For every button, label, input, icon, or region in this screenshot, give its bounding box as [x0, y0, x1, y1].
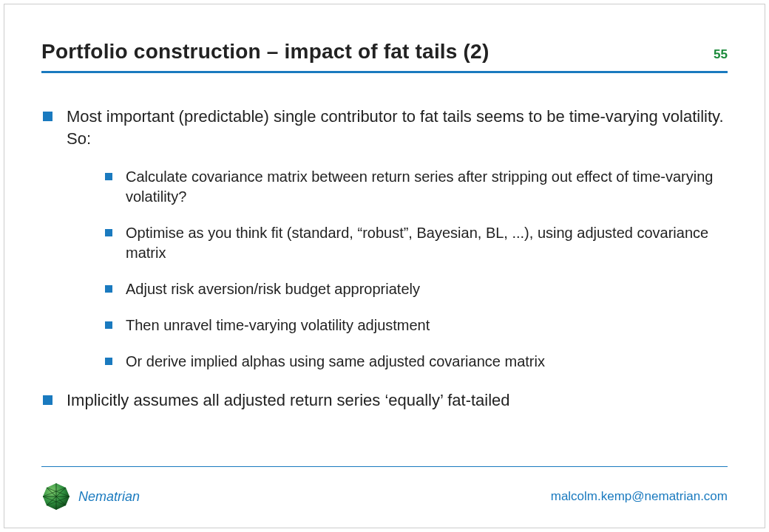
page-number: 55	[714, 47, 728, 62]
sub-bullet-text: Or derive implied alphas using same adju…	[126, 353, 545, 369]
content-area: Most important (predictable) single cont…	[41, 106, 728, 412]
contact-email: malcolm.kemp@nematrian.com	[551, 489, 728, 504]
sub-bullet-text: Optimise as you think fit (standard, “ro…	[126, 225, 708, 261]
bullet-list-level2: Calculate covariance matrix between retu…	[105, 167, 728, 372]
bullet-item: Implicitly assumes all adjusted return s…	[41, 389, 728, 412]
sub-bullet-text: Calculate covariance matrix between retu…	[126, 168, 713, 205]
title-rule	[41, 71, 728, 73]
footer: Nematrian malcolm.kemp@nematrian.com	[41, 482, 728, 511]
sub-bullet-text: Then unravel time-varying volatility adj…	[126, 317, 430, 333]
slide-container: Portfolio construction – impact of fat t…	[4, 4, 765, 528]
bullet-text: Most important (predictable) single cont…	[67, 107, 724, 148]
sub-bullet-item: Then unravel time-varying volatility adj…	[105, 316, 728, 335]
bullet-text: Implicitly assumes all adjusted return s…	[67, 391, 510, 409]
sub-bullet-text: Adjust risk aversion/risk budget appropr…	[126, 281, 420, 297]
nematrian-logo-icon	[41, 482, 71, 511]
sub-bullet-item: Adjust risk aversion/risk budget appropr…	[105, 279, 728, 299]
brand-name: Nematrian	[78, 489, 140, 505]
sub-bullet-item: Calculate covariance matrix between retu…	[105, 167, 728, 207]
slide-title: Portfolio construction – impact of fat t…	[41, 40, 489, 64]
header-row: Portfolio construction – impact of fat t…	[41, 40, 728, 64]
sub-bullet-item: Or derive implied alphas using same adju…	[105, 352, 728, 372]
sub-bullet-item: Optimise as you think fit (standard, “ro…	[105, 223, 728, 263]
bullet-list-level1: Most important (predictable) single cont…	[41, 106, 728, 412]
footer-rule	[41, 466, 728, 467]
bullet-item: Most important (predictable) single cont…	[41, 106, 728, 372]
footer-left: Nematrian	[41, 482, 140, 511]
